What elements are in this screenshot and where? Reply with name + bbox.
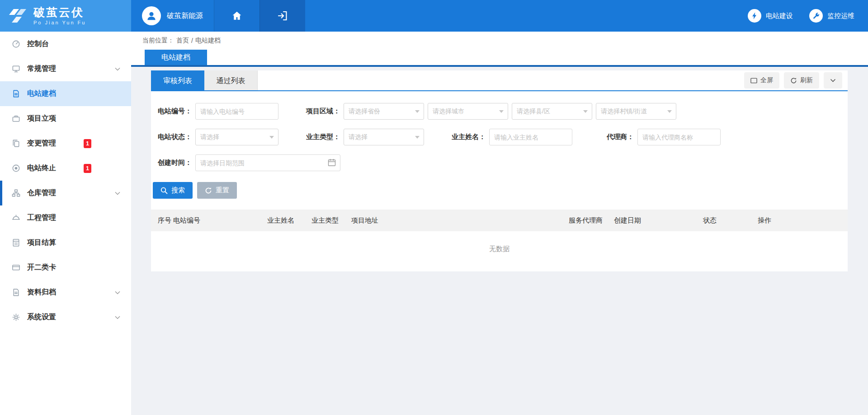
sidebar-item-warehouse-mgmt[interactable]: 仓库管理 [0,181,131,205]
nav-monitor-ops-label: 监控运维 [827,12,854,20]
top-header: 破茧云伏 Po Jian Yun Fu 破茧新能源 [0,0,868,32]
change-mgmt-badge: 1 [84,139,91,148]
agent-label: 代理商： [594,133,634,141]
panel-tabs: 审核列表 通过列表 全屏 刷新 [151,70,848,91]
page-tab-station-filing[interactable]: 电站建档 [145,50,207,65]
caret-down-icon [499,110,504,113]
sidebar-item-system-settings[interactable]: 系统设置 [0,305,131,330]
exit-icon [277,10,288,21]
station-no-input[interactable] [195,103,278,120]
sidebar-item-change-mgmt[interactable]: 变更管理 1 [0,131,131,156]
col-created-date: 创建日期 [614,216,703,225]
dashboard-icon [12,40,20,48]
nav-station-build[interactable]: 电站建设 [748,9,793,23]
file-icon [12,89,20,98]
caret-down-icon [415,110,420,113]
col-station-no: 电站编号 [173,216,267,225]
search-icon [160,187,168,194]
collapse-panel-button[interactable] [824,72,842,89]
user-icon [146,10,157,22]
copy-icon [12,139,20,148]
filter-form: 电站编号： 项目区域： 请选择省份 请选择城市 [151,91,848,199]
town-select[interactable]: 请选择村镇/街道 [596,103,676,120]
sidebar-item-general-mgmt[interactable]: 常规管理 [0,56,131,81]
tab-approved-list[interactable]: 通过列表 [204,70,258,90]
caret-down-icon [415,136,420,139]
card-icon [12,263,20,272]
sidebar-item-open-card[interactable]: 开二类卡 [0,255,131,280]
main-panel: 审核列表 通过列表 全屏 刷新 [151,70,848,271]
home-icon [231,10,242,21]
owner-type-select[interactable]: 请选择 [344,129,424,145]
chevron-down-icon [115,291,120,294]
calculator-icon [12,238,20,247]
breadcrumb-separator: / [191,37,193,44]
date-range-input[interactable] [195,154,340,171]
breadcrumb-current: 电站建档 [195,37,221,45]
col-project-address: 项目地址 [351,216,569,225]
reset-icon [205,187,212,194]
created-time-label: 创建时间： [152,159,192,167]
sidebar-item-station-filing[interactable]: 电站建档 [0,81,131,106]
search-button[interactable]: 搜索 [153,182,193,199]
sidebar-item-engineering-mgmt[interactable]: 工程管理 [0,205,131,230]
station-termination-badge: 1 [84,164,91,173]
logo-subtitle: Po Jian Yun Fu [33,20,86,25]
chevron-down-icon [115,67,120,71]
monitor-icon [12,65,20,73]
helmet-icon [12,214,20,222]
logo-mark-icon [9,9,28,23]
col-service-agent: 服务代理商 [569,216,614,225]
owner-name-label: 业主姓名： [446,133,486,141]
briefcase-icon [12,114,20,123]
col-index: 序号 [151,216,173,225]
table-header-row: 序号 电站编号 业主姓名 业主类型 项目地址 服务代理商 创建日期 状态 操作 [151,210,848,231]
station-status-label: 电站状态： [152,133,192,141]
station-status-select[interactable]: 请选择 [195,129,278,145]
refresh-icon [790,77,797,84]
fullscreen-button[interactable]: 全屏 [744,72,779,89]
caret-down-icon [583,110,588,113]
nav-monitor-ops[interactable]: 监控运维 [809,9,854,23]
owner-type-label: 业主类型： [300,133,340,141]
sidebar-item-project-setup[interactable]: 项目立项 [0,106,131,131]
city-select[interactable]: 请选择城市 [428,103,508,120]
company-name: 破茧新能源 [167,11,203,21]
chevron-down-icon [830,79,836,82]
fullscreen-icon [750,78,757,84]
sidebar-item-project-settlement[interactable]: 项目结算 [0,230,131,255]
tab-review-list[interactable]: 审核列表 [151,70,204,90]
gear-icon [12,313,20,322]
results-table: 序号 电站编号 业主姓名 业主类型 项目地址 服务代理商 创建日期 状态 操作 … [151,210,848,269]
chevron-down-icon [115,191,120,195]
col-status: 状态 [703,216,758,225]
owner-name-input[interactable] [489,129,572,145]
sidebar-item-dashboard[interactable]: 控制台 [0,32,131,56]
breadcrumb-home-link[interactable]: 首页 [176,37,189,45]
chevron-down-icon [115,316,120,319]
home-button[interactable] [214,0,259,32]
page-tab-bar: 电站建档 [131,50,868,67]
header-user-menu[interactable]: 破茧新能源 [131,0,214,32]
station-no-label: 电站编号： [152,107,192,116]
avatar [142,6,161,25]
sidebar-item-station-termination[interactable]: 电站终止 1 [0,156,131,181]
region-label: 项目区域： [300,107,340,116]
archive-file-icon [12,288,20,297]
reset-button[interactable]: 重置 [197,182,237,199]
logout-button[interactable] [259,0,305,32]
refresh-button[interactable]: 刷新 [784,72,819,89]
breadcrumb-prefix: 当前位置： [142,37,174,45]
caret-down-icon [269,136,274,139]
logo: 破茧云伏 Po Jian Yun Fu [0,0,131,32]
county-select[interactable]: 请选择县/区 [512,103,592,120]
breadcrumb: 当前位置： 首页 / 电站建档 [131,32,868,50]
agent-input[interactable] [637,129,721,145]
province-select[interactable]: 请选择省份 [344,103,424,120]
sidebar: 控制台 常规管理 电站建档 项目立项 [0,32,131,415]
col-owner-type: 业主类型 [311,216,351,225]
sidebar-item-archives[interactable]: 资料归档 [0,280,131,305]
wrench-icon [809,9,823,23]
col-owner-name: 业主姓名 [267,216,311,225]
logo-title: 破茧云伏 [33,6,86,19]
